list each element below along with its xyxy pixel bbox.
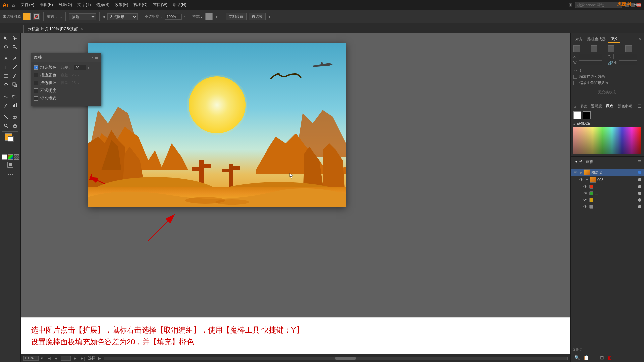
flip-v-icon[interactable]: ↕ [579, 67, 582, 73]
zoom-arrow[interactable]: ▼ [40, 356, 44, 360]
layer-item-red[interactable]: 👁 ... [571, 183, 644, 190]
style-arrow[interactable]: ▼ [215, 14, 219, 19]
layer-item-003[interactable]: 👁 ▼ 003 [571, 176, 644, 183]
tab-color[interactable]: 颜色 [605, 103, 615, 109]
menu-file[interactable]: 文件(F) [19, 1, 36, 8]
white-swatch[interactable] [573, 111, 581, 119]
prefs-arrow[interactable]: ▼ [268, 14, 272, 19]
rect-tool[interactable] [2, 72, 10, 80]
layers-tool-build[interactable]: ⊞ [599, 355, 605, 361]
menu-edit[interactable]: 编辑(E) [38, 1, 55, 8]
layer-last-dot[interactable] [638, 205, 641, 208]
page-next-btn[interactable]: ► [73, 356, 77, 361]
home-icon[interactable]: ⌂ [12, 2, 15, 8]
w-input[interactable] [579, 60, 602, 65]
layer-yellow-eye[interactable]: 👁 [583, 197, 588, 203]
page-input[interactable] [61, 356, 71, 361]
pen-tool[interactable] [2, 55, 10, 63]
layer-003-dot[interactable] [638, 178, 641, 181]
fill-color-checkbox[interactable] [34, 65, 38, 70]
menu-select[interactable]: 选择(S) [94, 1, 111, 8]
layers-tool-delete[interactable]: 🗑 [606, 355, 613, 361]
zoom-tool[interactable] [2, 122, 10, 130]
brush-tool[interactable] [11, 72, 19, 80]
layer-red-eye[interactable]: 👁 [583, 184, 588, 189]
doc-settings-button[interactable]: 文档设置 [226, 13, 247, 20]
layer-2-dot[interactable] [638, 171, 641, 174]
tab-layers[interactable]: 图层 [573, 159, 583, 165]
lasso-tool[interactable] [2, 43, 10, 51]
layer-green-eye[interactable]: 👁 [583, 191, 588, 196]
layer-003-expand[interactable]: ▼ [585, 178, 589, 182]
layer-last-eye[interactable]: 👁 [583, 204, 588, 209]
scale-tool[interactable] [11, 81, 19, 89]
panel-close-x[interactable]: × [639, 37, 641, 42]
eraser-tool[interactable] [11, 113, 19, 121]
document-tab[interactable]: 未标题-1* @ 100% (RGB/预览) × [23, 25, 87, 33]
hand-tool[interactable] [11, 122, 19, 130]
menu-help[interactable]: 帮助(H) [171, 1, 189, 8]
tab-align[interactable]: 对齐 [573, 36, 585, 42]
opacity-input[interactable] [165, 14, 182, 20]
layers-tool-add[interactable]: 📋 [582, 355, 590, 361]
page-prev-btn[interactable]: ◄ [54, 356, 58, 361]
magic-wand-tool[interactable] [11, 43, 19, 51]
screen-mode-btn[interactable] [7, 162, 13, 169]
tolerance-arrow[interactable]: › [88, 66, 89, 70]
layer-item-2[interactable]: 👁 ▶ 图层 2 [571, 169, 644, 176]
menu-effect[interactable]: 效果(E) [113, 1, 130, 8]
zoom-input[interactable] [23, 356, 39, 361]
arrange-icon[interactable]: ⊞ [569, 2, 572, 7]
warp-tool[interactable] [2, 93, 10, 101]
more-tools-btn[interactable]: ⋯ [7, 171, 13, 178]
canvas-scroll-area[interactable]: 魔棒 — × ☰ 填充颜色 容差： › [21, 33, 570, 354]
layer-green-dot[interactable] [638, 192, 641, 195]
opacity-arrow[interactable]: › [184, 14, 185, 19]
pattern-btn[interactable] [14, 154, 19, 160]
page-last-btn[interactable]: ►| [80, 356, 85, 361]
tab-swatch[interactable]: 渐变 [578, 103, 588, 109]
transform-icon-1[interactable] [573, 45, 580, 52]
menu-text[interactable]: 文字(T) [75, 1, 93, 8]
layer-yellow-dot[interactable] [638, 198, 641, 202]
x-input[interactable] [579, 54, 602, 59]
layer-2-eye[interactable]: 👁 [573, 170, 579, 175]
line-tool[interactable] [11, 63, 19, 71]
layers-tool-canvas[interactable]: ☐ [591, 355, 598, 361]
tab-close-button[interactable]: × [81, 27, 83, 31]
play-btn[interactable]: ▶ [98, 356, 101, 361]
tolerance-input[interactable] [74, 65, 86, 70]
chart-tool[interactable] [11, 101, 19, 109]
tab-pathfinder[interactable]: 路径查找器 [585, 36, 608, 42]
symbol-sprayer-tool[interactable] [2, 101, 10, 109]
blend-mode-checkbox[interactable] [34, 96, 38, 101]
search-input[interactable] [575, 2, 622, 8]
layer-item-yellow[interactable]: 👁 ... [571, 197, 644, 203]
preferences-button[interactable]: 首选项 [249, 13, 266, 20]
layer-item-last[interactable]: 👁 ... [571, 203, 644, 210]
stroke-color-tool[interactable] [8, 136, 14, 142]
rotate-tool[interactable] [2, 81, 10, 89]
opacity-checkbox[interactable] [34, 88, 38, 93]
type-tool[interactable]: T [2, 63, 10, 71]
black-swatch[interactable] [583, 111, 591, 119]
scale-strokes-checkbox[interactable] [573, 75, 577, 79]
color-picker[interactable] [573, 127, 641, 154]
layer-003-eye[interactable]: 👁 [579, 177, 584, 182]
panel-menu-btn[interactable]: ☰ [95, 55, 98, 60]
tab-transform[interactable]: 变换 [608, 36, 620, 43]
pencil-tool[interactable] [11, 55, 19, 63]
brush-dropdown[interactable]: 描边 [69, 13, 96, 20]
direct-selection-tool[interactable] [11, 34, 19, 42]
stroke-icon[interactable] [33, 13, 40, 20]
horizontal-scrollbar[interactable] [104, 357, 568, 360]
h-input[interactable] [619, 60, 637, 65]
style-swatch[interactable] [205, 13, 213, 20]
color-panel-menu[interactable]: ☰ [637, 104, 641, 109]
y-input[interactable] [613, 54, 637, 59]
free-transform-tool[interactable] [11, 93, 19, 101]
panel-close-btn[interactable]: × [92, 55, 94, 60]
menu-view[interactable]: 视图(Q) [131, 1, 149, 8]
transform-icon-2[interactable] [591, 45, 597, 52]
transform-icon-3[interactable] [608, 45, 614, 52]
